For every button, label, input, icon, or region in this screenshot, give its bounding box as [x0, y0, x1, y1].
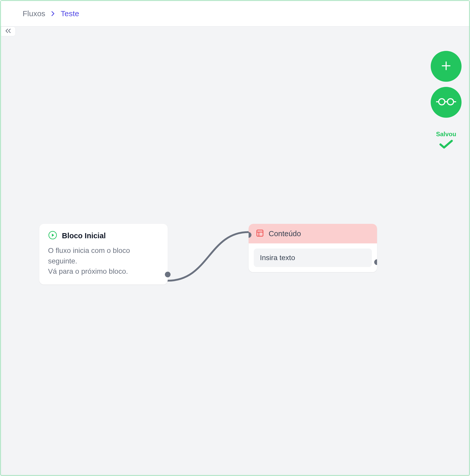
- node-content[interactable]: Conteúdo Insira texto: [249, 224, 377, 272]
- node-start-header: Bloco Inicial: [48, 231, 159, 241]
- edge-start-to-content: [168, 232, 249, 281]
- breadcrumb: Fluxos Teste: [23, 9, 79, 18]
- breadcrumb-root-link[interactable]: Fluxos: [23, 9, 45, 18]
- plus-icon: [440, 60, 452, 73]
- check-icon: [438, 139, 454, 151]
- collapse-sidebar-button[interactable]: [1, 26, 16, 36]
- node-content-title: Conteúdo: [269, 230, 301, 238]
- topbar: Fluxos Teste: [1, 1, 469, 26]
- play-icon: [48, 231, 57, 241]
- save-status: Salvou: [436, 131, 456, 151]
- node-start-line1: O fluxo inicia com o bloco seguinte.: [48, 245, 159, 266]
- layout-icon: [256, 229, 264, 238]
- preview-button[interactable]: [431, 87, 462, 118]
- node-content-body: Insira texto: [249, 243, 377, 272]
- glasses-icon: [436, 97, 456, 108]
- add-block-button[interactable]: [431, 51, 462, 82]
- node-start-line2: Vá para o próximo bloco.: [48, 266, 159, 277]
- double-chevron-left-icon: [5, 28, 12, 34]
- flow-canvas[interactable]: Bloco Inicial O fluxo inicia com o bloco…: [1, 26, 469, 475]
- node-start[interactable]: Bloco Inicial O fluxo inicia com o bloco…: [39, 224, 168, 285]
- chevron-right-icon: [51, 11, 55, 17]
- svg-rect-1: [257, 230, 263, 236]
- breadcrumb-current[interactable]: Teste: [61, 9, 79, 18]
- port-out-start[interactable]: [165, 272, 171, 277]
- svg-point-7: [447, 99, 454, 105]
- svg-point-6: [439, 99, 445, 105]
- node-start-body: O fluxo inicia com o bloco seguinte. Vá …: [48, 245, 159, 277]
- save-status-label: Salvou: [436, 131, 456, 138]
- node-content-header: Conteúdo: [249, 224, 377, 243]
- node-start-title: Bloco Inicial: [62, 232, 106, 240]
- fab-column: Salvou: [431, 51, 462, 151]
- content-text-input[interactable]: Insira texto: [254, 249, 372, 267]
